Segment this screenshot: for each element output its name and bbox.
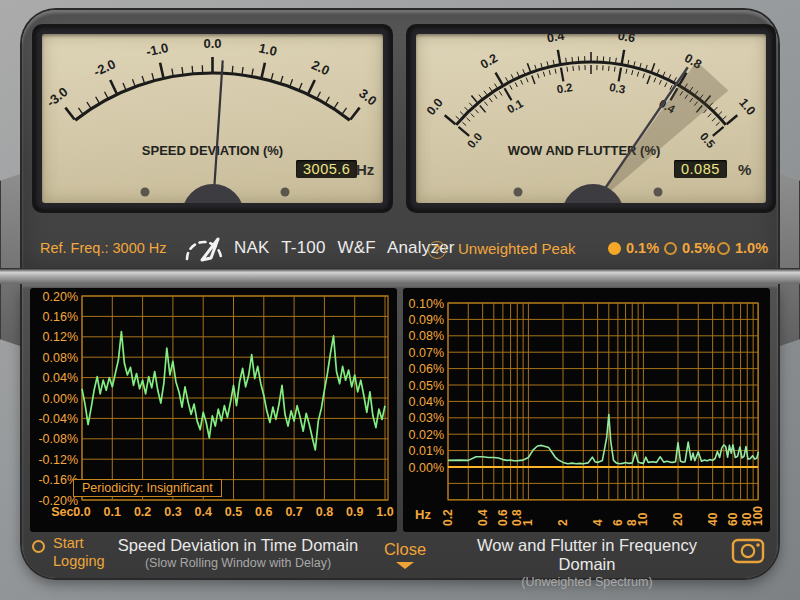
logging-radio-icon[interactable] (32, 540, 45, 553)
svg-text:-1.0: -1.0 (145, 40, 170, 60)
speed-deviation-readout: 3005.6 (296, 160, 357, 178)
svg-text:0.07%: 0.07% (409, 346, 444, 360)
wow-flutter-readout-unit: % (738, 161, 751, 178)
svg-text:-2.0: -2.0 (91, 56, 118, 79)
speed-deviation-meter: -3.0-2.0-1.00.01.02.03.0SPEED DEVIATION … (34, 26, 391, 211)
wow-flutter-readout-value: 0.085 (681, 161, 720, 177)
svg-text:40: 40 (706, 512, 720, 526)
svg-text:0.0: 0.0 (424, 96, 446, 118)
range-option-label: 1.0% (735, 240, 768, 256)
start-logging-button[interactable]: Start Logging (32, 534, 115, 570)
svg-text:0.06%: 0.06% (409, 362, 444, 376)
svg-text:0.6: 0.6 (617, 34, 637, 46)
svg-text:0.00%: 0.00% (43, 392, 78, 406)
range-option-0.1[interactable]: 0.1% (608, 240, 659, 256)
close-button[interactable]: Close (374, 540, 436, 569)
wow-flutter-meter: 0.00.20.40.60.81.00.00.10.20.30.40.5WOW … (408, 26, 774, 211)
svg-text:0.08%: 0.08% (43, 351, 78, 365)
time-domain-chart: 0.20%0.16%0.12%0.08%0.04%0.00%-0.04%-0.0… (30, 288, 397, 532)
frequency-domain-chart: 0.10%0.09%0.08%0.07%0.06%0.05%0.04%0.03%… (403, 288, 770, 532)
svg-text:0.0: 0.0 (203, 36, 221, 51)
svg-text:0.4: 0.4 (476, 509, 490, 526)
frequency-domain-title: Wow and Flutter in Frequency Domain (456, 536, 718, 574)
svg-text:0.12%: 0.12% (43, 330, 78, 344)
svg-text:0.4: 0.4 (546, 34, 566, 46)
svg-text:0.6: 0.6 (496, 509, 510, 526)
svg-text:1.0: 1.0 (376, 505, 393, 519)
brand-title: NAK T-100 W&F Analyzer (234, 238, 455, 258)
svg-text:0.2: 0.2 (556, 81, 574, 96)
svg-text:2.0: 2.0 (309, 57, 332, 78)
svg-text:0.00%: 0.00% (409, 461, 444, 475)
svg-text:0.05%: 0.05% (409, 379, 444, 393)
svg-text:1.0: 1.0 (257, 40, 278, 59)
chevron-down-icon (396, 562, 414, 569)
time-domain-title: Speed Deviation in Time Domain (108, 536, 368, 555)
chart-panel-body: 0.20%0.16%0.12%0.08%0.04%0.00%-0.04%-0.0… (22, 284, 778, 578)
ref-freq-label: Ref. Freq.: 3000 Hz (40, 240, 167, 256)
svg-text:0.2: 0.2 (134, 505, 151, 519)
radio-icon[interactable] (608, 242, 621, 255)
svg-text:0.2: 0.2 (478, 51, 500, 72)
svg-text:0.3: 0.3 (608, 81, 626, 96)
svg-text:-0.08%: -0.08% (38, 432, 78, 446)
periodicity-tooltip: Periodicity: Insignificant (73, 479, 222, 497)
hinge-bar (0, 268, 800, 284)
meter-lid-panel: -3.0-2.0-1.00.01.02.03.0SPEED DEVIATION … (22, 10, 778, 268)
svg-text:0.7: 0.7 (285, 505, 302, 519)
svg-text:1.0: 1.0 (736, 96, 758, 118)
svg-text:0.6: 0.6 (255, 505, 272, 519)
svg-text:4: 4 (591, 519, 605, 526)
range-option-0.5[interactable]: 0.5% (664, 240, 715, 256)
svg-text:SPEED DEVIATION (%): SPEED DEVIATION (%) (142, 143, 283, 158)
start-logging-label: Start Logging (53, 534, 115, 570)
svg-text:3.0: 3.0 (356, 86, 379, 109)
svg-text:20: 20 (671, 512, 685, 526)
svg-text:6: 6 (611, 519, 625, 526)
time-domain-subtitle: (Slow Rolling Window with Delay) (108, 556, 368, 570)
wow-flutter-readout: 0.085 (674, 160, 727, 178)
gauge-logo-icon (182, 230, 228, 272)
radio-icon[interactable] (664, 242, 677, 255)
camera-icon (730, 534, 766, 566)
svg-text:0.5: 0.5 (225, 505, 242, 519)
range-option-label: 0.1% (626, 240, 659, 256)
svg-text:0.10%: 0.10% (409, 297, 444, 311)
range-option-label: 0.5% (682, 240, 715, 256)
wow-flutter-analyzer-app: -3.0-2.0-1.00.01.02.03.0SPEED DEVIATION … (0, 0, 800, 600)
svg-text:1: 1 (521, 519, 535, 526)
svg-text:2: 2 (556, 519, 570, 526)
svg-text:Sec.: Sec. (51, 505, 77, 519)
range-option-1.0[interactable]: 1.0% (717, 240, 768, 256)
svg-text:0.01%: 0.01% (409, 444, 444, 458)
svg-text:0.1: 0.1 (104, 505, 121, 519)
svg-text:-0.04%: -0.04% (38, 412, 78, 426)
svg-text:0.9: 0.9 (346, 505, 363, 519)
svg-text:0.3: 0.3 (164, 505, 181, 519)
close-button-label: Close (374, 540, 436, 559)
svg-text:60: 60 (726, 512, 740, 526)
svg-text:Hz: Hz (415, 507, 431, 522)
svg-text:0.08%: 0.08% (409, 329, 444, 343)
svg-text:10: 10 (636, 512, 650, 526)
svg-text:0.8: 0.8 (316, 505, 333, 519)
weighting-mode-label: Unweighted Peak (458, 240, 576, 257)
time-domain-caption: Speed Deviation in Time Domain (Slow Rol… (108, 536, 368, 570)
radio-icon[interactable] (717, 242, 730, 255)
frequency-domain-chart-plot: 0.10%0.09%0.08%0.07%0.06%0.05%0.04%0.03%… (403, 288, 770, 532)
help-icon[interactable]: ? (428, 241, 446, 259)
svg-text:0.1: 0.1 (505, 97, 525, 116)
speed-deviation-readout-value: 3005.6 (303, 161, 350, 177)
frequency-domain-subtitle: (Unweighted Spectrum) (456, 575, 718, 589)
speed-deviation-readout-unit: Hz (356, 161, 374, 178)
svg-text:0.03%: 0.03% (409, 411, 444, 425)
svg-text:0.04%: 0.04% (43, 371, 78, 385)
screenshot-button[interactable] (730, 534, 766, 570)
svg-text:100: 100 (751, 506, 765, 526)
svg-text:-0.12%: -0.12% (38, 453, 78, 467)
svg-text:0.02%: 0.02% (409, 428, 444, 442)
svg-text:0.04%: 0.04% (409, 395, 444, 409)
svg-text:-3.0: -3.0 (44, 84, 71, 110)
svg-text:0.20%: 0.20% (43, 290, 78, 304)
svg-text:0.4: 0.4 (195, 505, 212, 519)
